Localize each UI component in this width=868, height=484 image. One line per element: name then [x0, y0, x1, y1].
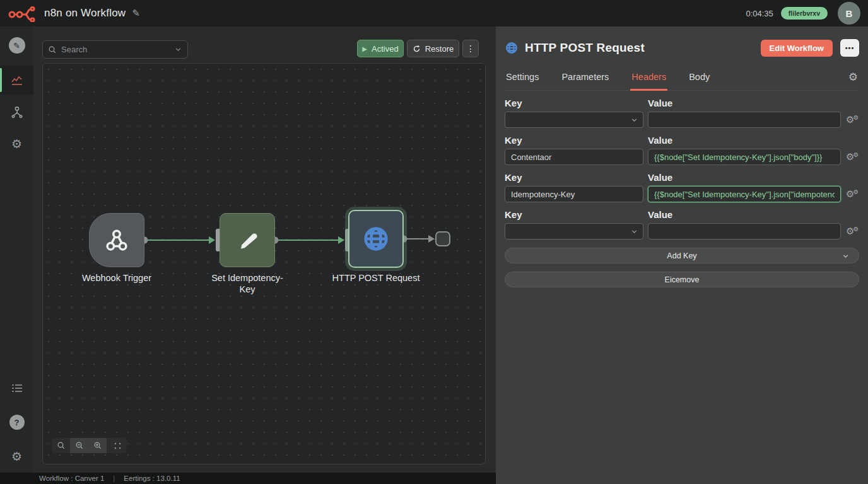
node-set-idempotency-key[interactable] — [220, 213, 275, 267]
play-icon: ▶ — [362, 45, 367, 52]
status-bar: Workflow : Canver 1 | Eertings : 13.0.11 — [0, 473, 496, 484]
kv-labels-row: Key Value — [505, 98, 859, 108]
remove-label: Eicemove — [665, 275, 700, 284]
status-version: Eertings : 13.0.11 — [124, 475, 180, 482]
panel-tabs: Settings Parameters Headers Body ⚙ — [505, 67, 859, 91]
header-value-input-1[interactable] — [648, 112, 841, 128]
kv-fields-row: ⚙⚙ — [505, 149, 859, 165]
tab-settings-gear-icon[interactable]: ⚙ — [848, 71, 858, 84]
sidebar-item-compose[interactable]: ✎ — [0, 33, 33, 58]
zoom-in-icon — [93, 441, 102, 450]
gear-icon: ⚙ — [11, 138, 22, 150]
key-label: Key — [505, 209, 648, 220]
sidebar-item-settings-bottom[interactable]: ⚙ — [0, 444, 33, 469]
edit-workflow-button[interactable]: Edit Workflow — [761, 40, 833, 57]
kv-labels-row: Key Value — [505, 135, 859, 146]
value-label: Value — [648, 98, 672, 108]
help-icon: ? — [9, 415, 25, 430]
restore-button[interactable]: Restore — [407, 40, 459, 57]
pencil-icon — [235, 228, 260, 253]
header-key-select-4[interactable] — [505, 223, 643, 239]
tab-headers[interactable]: Headers — [630, 67, 667, 91]
header-value-input-3[interactable] — [648, 186, 841, 202]
chevron-down-icon — [842, 252, 850, 260]
zoom-out-icon — [75, 441, 84, 450]
add-key-button[interactable]: Add Key — [505, 248, 859, 263]
kv-fields-row: ⚙⚙ — [505, 223, 859, 239]
header-key-input-3[interactable] — [505, 186, 643, 202]
avatar[interactable]: B — [838, 2, 860, 25]
key-label: Key — [505, 98, 648, 108]
tab-parameters[interactable]: Parameters — [560, 67, 610, 90]
chevron-down-icon — [630, 228, 638, 236]
sitemap-icon — [10, 105, 24, 119]
n8n-logo-icon — [8, 4, 37, 22]
refresh-icon — [413, 45, 421, 53]
status-divider: | — [113, 475, 115, 482]
list-icon — [10, 381, 24, 395]
node-http-post-request[interactable] — [348, 210, 404, 268]
value-label: Value — [648, 209, 672, 220]
chevron-down-icon — [630, 116, 638, 124]
workflow-canvas[interactable]: Webhook Trigger Set Idempotency-Key HTTP… — [42, 63, 486, 464]
search-icon — [48, 45, 57, 54]
chart-icon — [10, 73, 24, 87]
left-sidebar: ✎ ⚙ — [0, 26, 33, 473]
globe-icon — [361, 224, 390, 253]
panel-title: HTTP POST Request — [525, 41, 645, 55]
fit-view-icon — [114, 442, 122, 450]
expression-gears-icon[interactable]: ⚙⚙ — [846, 226, 859, 236]
chevron-down-icon — [174, 45, 182, 54]
header-key-input-2[interactable] — [505, 149, 643, 165]
kv-fields-row: ⚙⚙ — [505, 112, 859, 128]
zoom-in-button[interactable] — [88, 438, 107, 453]
restore-button-label: Restore — [425, 44, 454, 54]
pencil-circle-icon: ✎ — [9, 37, 25, 54]
expression-gears-icon[interactable]: ⚙⚙ — [846, 152, 859, 162]
webhook-icon — [103, 227, 130, 253]
node-webhook-trigger[interactable] — [89, 213, 144, 267]
tab-settings[interactable]: Settings — [505, 67, 540, 90]
kv-labels-row: Key Value — [505, 172, 859, 183]
edit-title-icon[interactable]: ✎ — [132, 8, 140, 19]
key-label: Key — [505, 172, 648, 183]
header-value-input-4[interactable] — [648, 223, 841, 239]
expression-gears-icon[interactable]: ⚙⚙ — [846, 115, 859, 125]
sidebar-item-templates[interactable] — [0, 376, 33, 401]
kv-labels-row: Key Value — [505, 209, 859, 220]
actived-button[interactable]: ▶ Actived — [357, 40, 404, 57]
more-options-button[interactable]: ••• — [840, 39, 859, 57]
sidebar-item-workflows-active[interactable] — [0, 66, 33, 95]
magnifier-icon — [57, 441, 66, 450]
gear-icon: ⚙ — [11, 451, 22, 463]
zoom-reset-button[interactable] — [52, 438, 70, 453]
top-header: n8n on Workflow ✎ 0:04:35 flilerbvrxv B — [0, 0, 868, 26]
header-value-input-2[interactable] — [648, 149, 841, 165]
session-timer: 0:04:35 — [746, 9, 773, 18]
kv-fields-row: ⚙⚙ — [505, 186, 859, 202]
header-key-select-1[interactable] — [505, 112, 643, 128]
kebab-icon: ⋮ — [466, 43, 475, 54]
canvas-workspace: ▶ Actived Restore ⋮ — [33, 26, 496, 473]
search-input[interactable] — [61, 45, 174, 54]
fit-view-button[interactable] — [108, 438, 127, 453]
sidebar-item-help[interactable]: ? — [0, 410, 33, 435]
sidebar-item-settings-top[interactable]: ⚙ — [0, 131, 33, 156]
app-root: n8n on Workflow ✎ 0:04:35 flilerbvrxv B … — [0, 0, 868, 484]
node-placeholder-stub[interactable] — [435, 231, 450, 246]
node-search-box[interactable] — [42, 40, 188, 59]
canvas-menu-button[interactable]: ⋮ — [462, 40, 479, 57]
page-title: n8n on Workflow — [44, 7, 126, 20]
add-key-label: Add Key — [667, 251, 696, 260]
node-detail-panel: HTTP POST Request Edit Workflow ••• Sett… — [496, 26, 868, 484]
zoom-out-button[interactable] — [70, 438, 88, 453]
tab-body[interactable]: Body — [688, 67, 711, 90]
remove-button[interactable]: Eicemove — [505, 272, 859, 287]
expression-gears-icon[interactable]: ⚙⚙ — [846, 189, 859, 199]
value-label: Value — [648, 135, 672, 146]
key-label: Key — [505, 135, 648, 146]
sidebar-item-executions[interactable] — [0, 100, 33, 125]
zoom-controls — [52, 438, 127, 453]
status-workflow: Workflow : Canver 1 — [39, 475, 104, 482]
value-label: Value — [648, 172, 672, 183]
